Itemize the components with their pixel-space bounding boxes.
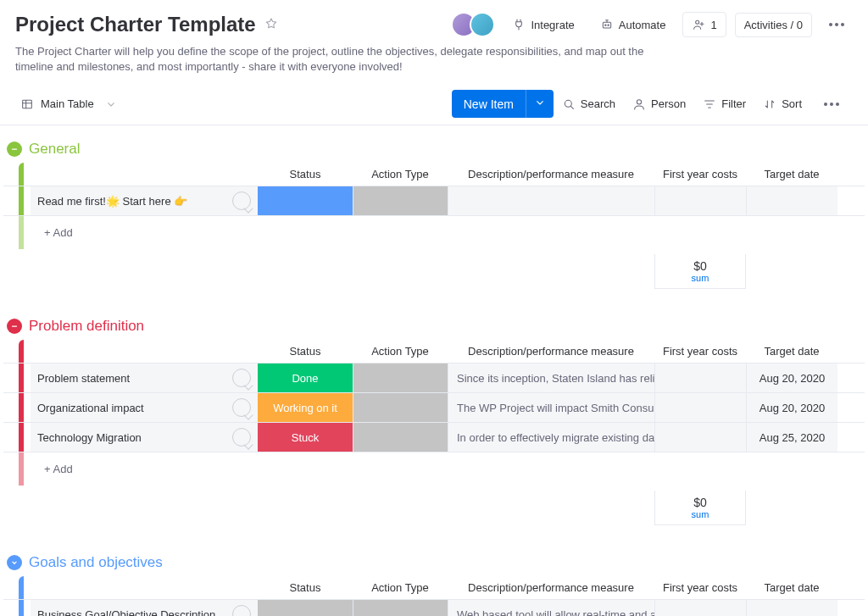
column-header-cost[interactable]: First year costs [654,576,746,599]
search-button[interactable]: Search [554,92,624,116]
table-row[interactable]: Problem statementDoneSince its inception… [3,363,865,392]
column-header-description[interactable]: Description/performance measure [448,576,654,599]
add-item-label: + Add [37,458,80,480]
filter-label: Filter [721,97,746,110]
cost-cell[interactable] [654,423,746,452]
date-cell[interactable]: Aug 20, 2020 [746,393,837,422]
conversation-icon[interactable] [232,369,251,387]
table-row[interactable]: Business Goal/Objective Description Time… [3,599,865,616]
add-item-row[interactable]: + Add [3,215,865,249]
column-header-date[interactable]: Target date [746,340,837,363]
invite-button[interactable]: 1 [682,12,726,37]
table-icon [20,97,34,111]
column-header-date[interactable]: Target date [746,163,837,186]
action-cell[interactable] [353,423,448,452]
column-header-action[interactable]: Action Type [353,340,448,363]
sort-label: Sort [782,97,802,110]
integrate-button[interactable]: Integrate [504,13,582,36]
cost-cell[interactable] [654,393,746,422]
cost-sum: $0sum [654,254,746,289]
new-item-dropdown[interactable] [526,90,554,118]
action-cell[interactable] [353,600,448,616]
automate-button[interactable]: Automate [592,13,675,36]
robot-icon [600,18,614,31]
item-name[interactable]: Read me first!🌟 Start here 👉 [37,195,227,208]
item-name[interactable]: Organizational impact [37,402,227,414]
favorite-star-icon[interactable] [264,17,278,33]
cost-sum-value: $0 [655,496,745,509]
column-header-item [31,340,258,363]
cost-cell[interactable] [654,363,746,392]
status-cell[interactable]: Working on it [258,393,353,422]
cost-cell[interactable] [654,186,746,215]
group-title[interactable]: General [29,141,80,158]
group-title[interactable]: Goals and objectives [29,554,163,571]
date-cell[interactable]: Aug 20, 2020 [746,363,837,392]
status-cell[interactable] [258,600,353,616]
column-header-status[interactable]: Status [258,576,353,599]
conversation-icon[interactable] [232,605,251,616]
person-filter-button[interactable]: Person [624,92,694,116]
action-cell[interactable] [353,186,448,215]
date-cell[interactable]: Aug 25, 2020 [746,423,837,452]
column-header-date[interactable]: Target date [746,576,837,599]
description-cell[interactable]: In order to effectively migrate existing… [448,423,654,452]
column-header-action[interactable]: Action Type [353,576,448,599]
filter-button[interactable]: Filter [694,92,754,116]
chevron-down-icon [533,96,547,109]
action-cell[interactable] [353,393,448,422]
person-plus-icon [692,18,705,31]
search-icon [562,97,576,111]
column-header-status[interactable]: Status [258,163,353,186]
column-header-status[interactable]: Status [258,340,353,363]
group-title[interactable]: Problem definition [29,318,144,335]
group-collapse-toggle[interactable] [7,555,22,570]
toolbar-more[interactable] [810,94,853,114]
description-cell[interactable]: Web based tool will allow real-time and … [448,600,654,616]
column-header-cost[interactable]: First year costs [654,340,746,363]
filter-icon [703,97,716,111]
group-collapse-toggle[interactable] [7,142,22,157]
status-cell[interactable]: Stuck [258,423,353,452]
conversation-icon[interactable] [232,191,251,210]
svg-point-3 [696,20,699,24]
item-name[interactable]: Business Goal/Objective Description Time… [37,608,227,616]
plug-icon [512,18,526,31]
add-item-label: + Add [37,221,80,244]
conversation-icon[interactable] [232,398,251,417]
status-cell[interactable]: Done [258,363,353,392]
new-item-label: New Item [452,92,526,117]
add-item-row[interactable]: + Add [3,452,865,486]
view-label: Main Table [41,97,94,110]
new-item-button[interactable]: New Item [452,90,554,118]
item-name[interactable]: Problem statement [37,372,227,385]
cost-sum: $0sum [654,491,746,525]
more-menu[interactable] [821,18,853,31]
conversation-icon[interactable] [232,428,251,447]
date-cell[interactable] [746,186,837,215]
cost-cell[interactable] [654,600,746,616]
description-cell[interactable] [448,186,654,215]
cost-sum-value: $0 [655,259,745,273]
table-row[interactable]: Organizational impactWorking on itThe WP… [3,392,865,422]
action-cell[interactable] [353,363,448,392]
column-header-description[interactable]: Description/performance measure [448,163,654,186]
view-tab-main-table[interactable]: Main Table [15,92,123,116]
activities-button[interactable]: Activities / 0 [735,13,812,37]
column-header-cost[interactable]: First year costs [654,163,746,186]
description-cell[interactable]: Since its inception, Staten Island has r… [448,363,654,392]
table-row[interactable]: Technology MigrationStuckIn order to eff… [3,422,865,452]
column-header-action[interactable]: Action Type [353,163,448,186]
activities-label: Activities / 0 [744,19,803,31]
status-cell[interactable] [258,186,353,215]
column-header-description[interactable]: Description/performance measure [448,340,654,363]
date-cell[interactable] [746,600,837,616]
description-cell[interactable]: The WP Project will impact Smith Consult… [448,393,654,422]
board-members[interactable] [458,12,495,37]
table-row[interactable]: Read me first!🌟 Start here 👉 [3,186,865,215]
svg-point-2 [608,25,609,25]
sort-button[interactable]: Sort [754,92,810,116]
item-name[interactable]: Technology Migration [37,431,227,444]
group-collapse-toggle[interactable] [7,319,22,334]
sort-icon [763,97,776,111]
